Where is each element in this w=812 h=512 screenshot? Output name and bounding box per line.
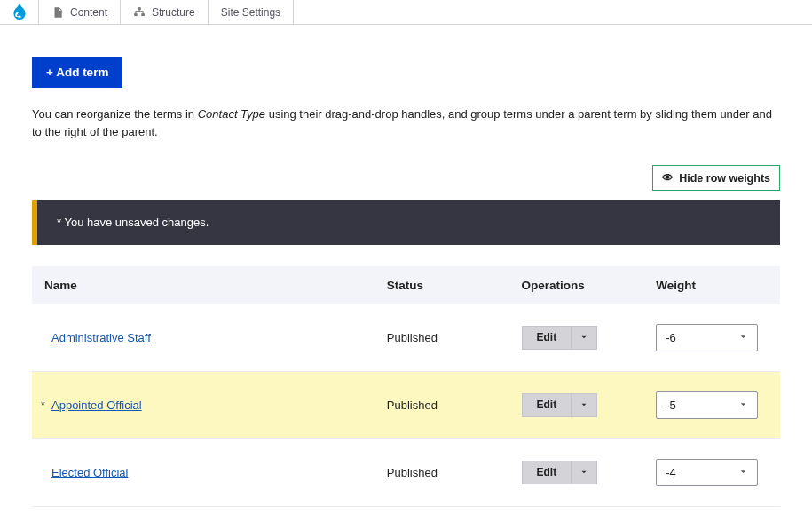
chevron-down-icon bbox=[579, 398, 588, 412]
th-status: Status bbox=[376, 266, 511, 304]
operations-dropbutton: Edit bbox=[522, 326, 598, 350]
weight-value: -5 bbox=[666, 398, 676, 412]
terms-table: Name Status Operations Weight Administra… bbox=[32, 266, 780, 512]
edit-button[interactable]: Edit bbox=[522, 461, 572, 484]
eye-icon: 👁 bbox=[662, 171, 674, 185]
status-cell: Published bbox=[376, 507, 511, 513]
toolbar-content-label: Content bbox=[70, 6, 107, 19]
table-row[interactable]: Emergency ContactPublishedEdit-3 bbox=[32, 507, 780, 513]
operations-dropbutton: Edit bbox=[522, 461, 598, 484]
weight-select[interactable]: -5 bbox=[656, 391, 758, 419]
operations-toggle[interactable] bbox=[572, 326, 597, 350]
toolbar-content[interactable]: Content bbox=[38, 0, 121, 24]
status-cell: Published bbox=[376, 304, 511, 372]
toolbar-structure[interactable]: Structure bbox=[120, 0, 209, 24]
term-link[interactable]: Appointed Official bbox=[51, 398, 142, 412]
weight-select[interactable]: -4 bbox=[656, 459, 758, 486]
drupal-logo[interactable] bbox=[0, 0, 39, 24]
weight-select[interactable]: -6 bbox=[656, 324, 758, 351]
edit-button[interactable]: Edit bbox=[522, 393, 572, 417]
table-row[interactable]: Elected OfficialPublishedEdit-4 bbox=[32, 439, 780, 507]
edit-button[interactable]: Edit bbox=[522, 326, 572, 350]
th-operations: Operations bbox=[511, 266, 646, 304]
add-term-button[interactable]: + Add term bbox=[32, 57, 122, 88]
th-weight: Weight bbox=[645, 266, 780, 304]
changed-marker: * bbox=[41, 399, 48, 412]
notice-text: * You have unsaved changes. bbox=[57, 216, 209, 229]
status-cell: Published bbox=[376, 372, 511, 439]
chevron-down-icon bbox=[579, 466, 588, 479]
help-text: You can reorganize the terms in Contact … bbox=[32, 106, 780, 140]
hide-row-weights-button[interactable]: 👁 Hide row weights bbox=[652, 165, 780, 191]
document-icon bbox=[51, 6, 64, 19]
term-link[interactable]: Administrative Staff bbox=[51, 331, 151, 344]
hide-row-weights-label: Hide row weights bbox=[679, 172, 770, 185]
toolbar-structure-label: Structure bbox=[152, 6, 195, 19]
chevron-down-icon bbox=[579, 331, 588, 344]
svg-rect-2 bbox=[141, 13, 145, 16]
structure-icon bbox=[133, 6, 146, 19]
unsaved-changes-notice: * You have unsaved changes. bbox=[32, 200, 780, 245]
admin-toolbar: Content Structure Site Settings bbox=[0, 0, 812, 25]
th-name: Name bbox=[32, 266, 376, 304]
toolbar-site-settings-label: Site Settings bbox=[221, 6, 280, 19]
operations-toggle[interactable] bbox=[572, 461, 597, 484]
operations-toggle[interactable] bbox=[572, 393, 597, 417]
page-content: + Add term You can reorganize the terms … bbox=[0, 25, 812, 512]
weight-value: -4 bbox=[666, 466, 676, 479]
chevron-down-icon bbox=[738, 331, 748, 344]
svg-rect-0 bbox=[138, 7, 141, 10]
term-link[interactable]: Elected Official bbox=[51, 466, 128, 479]
operations-dropbutton: Edit bbox=[522, 393, 598, 417]
chevron-down-icon bbox=[738, 466, 748, 479]
status-cell: Published bbox=[376, 439, 511, 507]
table-row[interactable]: Administrative StaffPublishedEdit-6 bbox=[32, 304, 780, 372]
table-row[interactable]: *Appointed OfficialPublishedEdit-5 bbox=[32, 372, 780, 439]
svg-rect-1 bbox=[134, 13, 138, 16]
chevron-down-icon bbox=[738, 398, 748, 412]
toolbar-site-settings[interactable]: Site Settings bbox=[208, 0, 294, 24]
weight-value: -6 bbox=[666, 331, 676, 344]
